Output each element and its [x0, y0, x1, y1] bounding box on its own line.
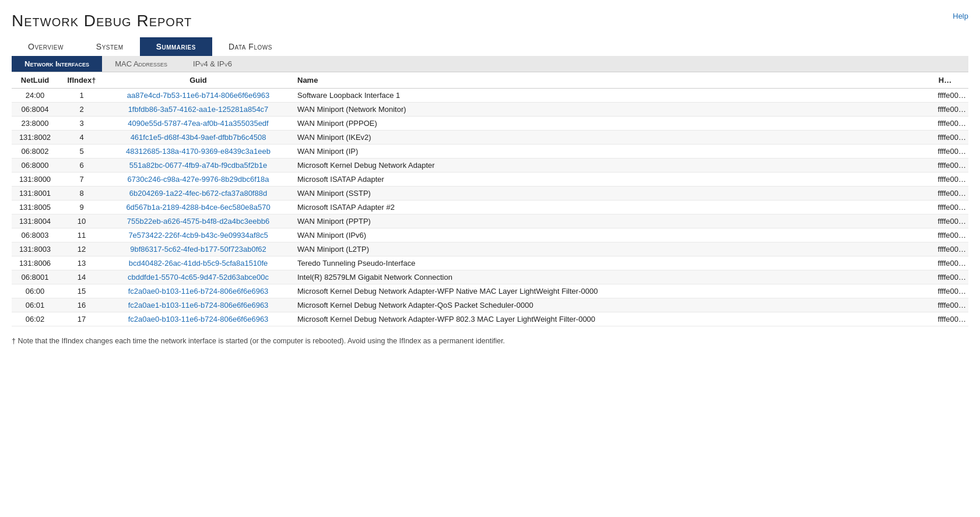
cell-guid: 6b204269-1a22-4fec-b672-cfa37a80f88d: [105, 187, 291, 201]
cell-name: WAN Miniport (IP): [291, 145, 922, 159]
cell-ifindex: 6: [58, 159, 105, 173]
help-link[interactable]: Help: [953, 12, 968, 20]
table-row: 06:800114cbddfde1-5570-4c65-9d47-52d63ab…: [12, 270, 968, 284]
cell-ifindex: 14: [58, 270, 105, 284]
cell-guid: cbddfde1-5570-4c65-9d47-52d63abce00c: [105, 270, 291, 284]
cell-ifindex: 11: [58, 228, 105, 242]
cell-hx: ffffe00…: [922, 228, 968, 242]
cell-hx: ffffe00…: [922, 284, 968, 298]
tab-system[interactable]: System: [80, 37, 140, 56]
table-row: 06:8003117e573422-226f-4cb9-b43c-9e09934…: [12, 228, 968, 242]
cell-netluid: 06:01: [12, 298, 58, 312]
table-row: 131:800613bcd40482-26ac-41dd-b5c9-5cfa8a…: [12, 256, 968, 270]
footnote-text: † Note that the IfIndex changes each tim…: [12, 337, 505, 345]
cell-ifindex: 10: [58, 214, 105, 228]
tab-data-flows[interactable]: Data Flows: [212, 37, 289, 56]
cell-hx: ffffe00…: [922, 89, 968, 103]
sub-tabs: Network Interfaces MAC Addresses IPv4 & …: [12, 56, 968, 72]
cell-hx: ffffe00…: [922, 201, 968, 214]
cell-name: Intel(R) 82579LM Gigabit Network Connect…: [291, 270, 922, 284]
table-row: 06:0015fc2a0ae0-b103-11e6-b724-806e6f6e6…: [12, 284, 968, 298]
tab-summaries[interactable]: Summaries: [140, 37, 212, 56]
cell-guid: aa87e4cd-7b53-11e6-b714-806e6f6e6963: [105, 89, 291, 103]
cell-netluid: 06:8004: [12, 103, 58, 117]
page-title: Network Debug Report: [12, 12, 968, 30]
cell-guid: 755b22eb-a626-4575-b4f8-d2a4bc3eebb6: [105, 214, 291, 228]
table-row: 24:001aa87e4cd-7b53-11e6-b714-806e6f6e69…: [12, 89, 968, 103]
cell-hx: ffffe00…: [922, 298, 968, 312]
table-row: 06:800421fbfdb86-3a57-4162-aa1e-125281a8…: [12, 103, 968, 117]
cell-netluid: 23:8000: [12, 117, 58, 131]
cell-netluid: 06:8000: [12, 159, 58, 173]
table-row: 131:800410755b22eb-a626-4575-b4f8-d2a4bc…: [12, 214, 968, 228]
cell-ifindex: 9: [58, 201, 105, 214]
cell-name: WAN Miniport (SSTP): [291, 187, 922, 201]
cell-netluid: 131:8003: [12, 242, 58, 256]
cell-name: WAN Miniport (L2TP): [291, 242, 922, 256]
cell-hx: ffffe00…: [922, 214, 968, 228]
cell-netluid: 06:02: [12, 312, 58, 326]
cell-hx: ffffe00…: [922, 312, 968, 326]
col-header-ifindex: IfIndex†: [58, 72, 105, 89]
cell-hx: ffffe00…: [922, 173, 968, 187]
sub-tab-network-interfaces[interactable]: Network Interfaces: [12, 56, 102, 72]
table-row: 06:0116fc2a0ae1-b103-11e6-b724-806e6f6e6…: [12, 298, 968, 312]
cell-ifindex: 16: [58, 298, 105, 312]
cell-ifindex: 5: [58, 145, 105, 159]
cell-name: Microsoft Kernel Debug Network Adapter-W…: [291, 284, 922, 298]
cell-hx: ffffe00…: [922, 103, 968, 117]
cell-netluid: 131:8004: [12, 214, 58, 228]
cell-netluid: 06:8001: [12, 270, 58, 284]
cell-ifindex: 4: [58, 131, 105, 145]
table-row: 131:800186b204269-1a22-4fec-b672-cfa37a8…: [12, 187, 968, 201]
main-tabs: Overview System Summaries Data Flows: [12, 37, 968, 56]
cell-hx: ffffe00…: [922, 242, 968, 256]
page: Network Debug Report Help Overview Syste…: [0, 0, 980, 517]
cell-hx: ffffe00…: [922, 117, 968, 131]
cell-name: Software Loopback Interface 1: [291, 89, 922, 103]
cell-netluid: 131:8001: [12, 187, 58, 201]
cell-hx: ffffe00…: [922, 159, 968, 173]
cell-ifindex: 8: [58, 187, 105, 201]
cell-name: WAN Miniport (PPPOE): [291, 117, 922, 131]
cell-netluid: 131:8000: [12, 173, 58, 187]
cell-guid: 7e573422-226f-4cb9-b43c-9e09934af8c5: [105, 228, 291, 242]
sub-tab-mac-addresses[interactable]: MAC Addresses: [102, 56, 180, 72]
col-header-netluid: NetLuid: [12, 72, 58, 89]
cell-guid: 551a82bc-0677-4fb9-a74b-f9cdba5f2b1e: [105, 159, 291, 173]
table-row: 06:80006551a82bc-0677-4fb9-a74b-f9cdba5f…: [12, 159, 968, 173]
cell-guid: 6730c246-c98a-427e-9976-8b29dbc6f18a: [105, 173, 291, 187]
cell-name: Microsoft Kernel Debug Network Adapter: [291, 159, 922, 173]
cell-hx: ffffe00…: [922, 131, 968, 145]
cell-guid: 461fc1e5-d68f-43b4-9aef-dfbb7b6c4508: [105, 131, 291, 145]
cell-netluid: 24:00: [12, 89, 58, 103]
cell-hx: ffffe00…: [922, 187, 968, 201]
cell-hx: ffffe00…: [922, 270, 968, 284]
cell-hx: ffffe00…: [922, 256, 968, 270]
table-container: NetLuid IfIndex† Guid Name H… 24:001aa87…: [12, 72, 968, 326]
cell-netluid: 131:8002: [12, 131, 58, 145]
cell-name: Teredo Tunneling Pseudo-Interface: [291, 256, 922, 270]
sub-tab-ipv4-ipv6[interactable]: IPv4 & IPv6: [180, 56, 245, 72]
cell-name: Microsoft ISATAP Adapter #2: [291, 201, 922, 214]
cell-ifindex: 1: [58, 89, 105, 103]
cell-guid: 6d567b1a-2189-4288-b4ce-6ec580e8a570: [105, 201, 291, 214]
cell-ifindex: 17: [58, 312, 105, 326]
col-header-name: Name: [291, 72, 922, 89]
table-row: 06:8002548312685-138a-4170-9369-e8439c3a…: [12, 145, 968, 159]
table-header-row: NetLuid IfIndex† Guid Name H…: [12, 72, 968, 89]
cell-netluid: 06:00: [12, 284, 58, 298]
table-row: 131:8003129bf86317-5c62-4fed-b177-50f723…: [12, 242, 968, 256]
table-row: 131:800596d567b1a-2189-4288-b4ce-6ec580e…: [12, 201, 968, 214]
cell-ifindex: 13: [58, 256, 105, 270]
cell-ifindex: 3: [58, 117, 105, 131]
cell-netluid: 06:8002: [12, 145, 58, 159]
table-row: 131:80024461fc1e5-d68f-43b4-9aef-dfbb7b6…: [12, 131, 968, 145]
table-body: 24:001aa87e4cd-7b53-11e6-b714-806e6f6e69…: [12, 89, 968, 326]
cell-name: Microsoft Kernel Debug Network Adapter-W…: [291, 312, 922, 326]
cell-netluid: 131:8005: [12, 201, 58, 214]
cell-name: WAN Miniport (IPv6): [291, 228, 922, 242]
tab-overview[interactable]: Overview: [12, 37, 80, 56]
cell-netluid: 131:8006: [12, 256, 58, 270]
col-header-guid: Guid: [105, 72, 291, 89]
